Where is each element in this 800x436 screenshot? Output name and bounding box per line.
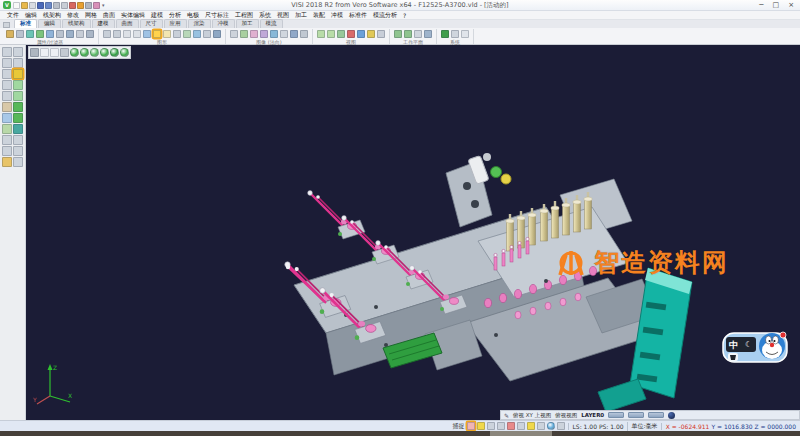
- redo-icon[interactable]: [85, 2, 92, 9]
- save-icon[interactable]: [37, 2, 44, 9]
- ribbon-tab[interactable]: 模流: [260, 19, 283, 28]
- menu-item[interactable]: 加工: [292, 11, 310, 20]
- revolve-icon[interactable]: [2, 146, 12, 156]
- fillet-icon[interactable]: [2, 102, 12, 112]
- zoom-all-icon[interactable]: [30, 48, 39, 57]
- ghost-mode-icon[interactable]: [173, 30, 181, 38]
- view-rotate-icon[interactable]: [347, 30, 355, 38]
- ribbon-tab[interactable]: 加工: [236, 19, 259, 28]
- save-all-icon[interactable]: [45, 2, 52, 9]
- maximize-button[interactable]: □: [773, 1, 780, 10]
- filter-face-icon[interactable]: [46, 30, 54, 38]
- print-icon[interactable]: [53, 2, 60, 9]
- info-bar-button-2[interactable]: [628, 412, 644, 418]
- info-bar-button-3[interactable]: [648, 412, 664, 418]
- measure-icon[interactable]: [13, 135, 23, 145]
- hidden-line-icon[interactable]: [163, 30, 171, 38]
- zoom-window-icon[interactable]: [40, 48, 49, 57]
- normals-icon[interactable]: [183, 30, 191, 38]
- ribbon-tab[interactable]: 应用: [164, 19, 187, 28]
- attribute-line-icon[interactable]: [16, 30, 24, 38]
- menu-item[interactable]: 冲模: [328, 11, 346, 20]
- stretch-icon[interactable]: [13, 124, 23, 134]
- mirror-icon[interactable]: [13, 102, 23, 112]
- select-icon[interactable]: [103, 30, 111, 38]
- workplane-set-icon[interactable]: [404, 30, 412, 38]
- pan-icon[interactable]: [60, 48, 69, 57]
- close-button[interactable]: ×: [788, 1, 794, 10]
- filter-edge-icon[interactable]: [56, 30, 64, 38]
- surface-icon[interactable]: [2, 113, 12, 123]
- minimize-button[interactable]: ─: [759, 1, 763, 10]
- erase-icon[interactable]: [13, 58, 23, 68]
- material-icon[interactable]: [213, 30, 221, 38]
- ribbon-tab[interactable]: 线架构: [62, 19, 91, 28]
- view-iso-icon[interactable]: [367, 30, 375, 38]
- snap-settings-icon[interactable]: [467, 422, 475, 430]
- zoom-dynamic-icon[interactable]: [50, 48, 59, 57]
- filter-all-icon[interactable]: [86, 30, 94, 38]
- menu-item[interactable]: ?: [400, 12, 409, 19]
- view-pan-icon[interactable]: [357, 30, 365, 38]
- select-arrow-icon[interactable]: [13, 47, 23, 57]
- ribbon-tab[interactable]: 渲染: [188, 19, 211, 28]
- new-file-icon[interactable]: [13, 2, 20, 9]
- menu-item[interactable]: 标准件: [346, 11, 370, 20]
- active-layer-label[interactable]: LAYER0: [581, 412, 604, 418]
- ribbon-tab[interactable]: 建模: [92, 19, 115, 28]
- shaded-edges-icon[interactable]: [80, 48, 89, 57]
- arc-icon[interactable]: [2, 91, 12, 101]
- zoom-out-icon[interactable]: [327, 30, 335, 38]
- delete-icon[interactable]: [69, 2, 76, 9]
- snap-grid-icon[interactable]: [557, 422, 565, 430]
- snap-point-icon[interactable]: [477, 422, 485, 430]
- background-icon[interactable]: [300, 30, 308, 38]
- snap-end-icon[interactable]: [487, 422, 495, 430]
- ribbon-tab[interactable]: 编辑: [38, 19, 61, 28]
- zoom-in-icon[interactable]: [317, 30, 325, 38]
- extrude-icon[interactable]: [2, 135, 12, 145]
- ribbon-menu-icon[interactable]: [3, 22, 10, 28]
- attributes-icon[interactable]: [13, 146, 23, 156]
- menu-item[interactable]: 模流分析: [370, 11, 400, 20]
- import-file-icon[interactable]: [29, 2, 36, 9]
- shaded-on-icon[interactable]: [70, 48, 79, 57]
- filter-green-icon[interactable]: [36, 30, 44, 38]
- snap-refresh-icon[interactable]: [547, 422, 555, 430]
- ribbon-tab[interactable]: 标准: [14, 19, 37, 28]
- brush-icon[interactable]: [93, 2, 100, 9]
- snap-intersect-icon[interactable]: [527, 422, 535, 430]
- line-icon[interactable]: [2, 58, 12, 68]
- sweep-icon[interactable]: [2, 157, 12, 167]
- system-settings-icon[interactable]: [441, 30, 449, 38]
- shading-sphere-icon[interactable]: [668, 412, 675, 419]
- edit-view-icon[interactable]: ✎: [504, 412, 509, 419]
- scale-icon[interactable]: [13, 113, 23, 123]
- ribbon-tab[interactable]: 曲面: [116, 19, 139, 28]
- zoom-extents-icon[interactable]: [337, 30, 345, 38]
- snap-center-icon[interactable]: [507, 422, 515, 430]
- system-info-icon[interactable]: [451, 30, 459, 38]
- filter-mask-icon[interactable]: [76, 30, 84, 38]
- attribute-color-icon[interactable]: [6, 30, 14, 38]
- render-icon[interactable]: [260, 30, 268, 38]
- ribbon-tab[interactable]: 冲模: [212, 19, 235, 28]
- workplane-xy-icon[interactable]: [394, 30, 402, 38]
- texture-icon[interactable]: [270, 30, 278, 38]
- view-plane-label[interactable]: 俯视 XY 上视图: [513, 412, 551, 419]
- open-folder-icon[interactable]: [21, 2, 28, 9]
- capture-icon[interactable]: [290, 30, 298, 38]
- ribbon-tab[interactable]: 尺寸: [140, 19, 163, 28]
- deselect-icon[interactable]: [113, 30, 121, 38]
- ime-toolbar[interactable]: 中 ☾: [722, 330, 788, 364]
- options-icon[interactable]: [13, 157, 23, 167]
- snapshot-icon[interactable]: [280, 30, 288, 38]
- perspective-view-icon[interactable]: [110, 48, 119, 57]
- refresh-view-icon[interactable]: [230, 30, 238, 38]
- light-icon[interactable]: [203, 30, 211, 38]
- workplane-reset-icon[interactable]: [424, 30, 432, 38]
- box-select-icon[interactable]: [123, 30, 131, 38]
- snap-quadrant-icon[interactable]: [517, 422, 525, 430]
- info-bar-button-1[interactable]: [608, 412, 624, 418]
- circle-icon[interactable]: [2, 80, 12, 90]
